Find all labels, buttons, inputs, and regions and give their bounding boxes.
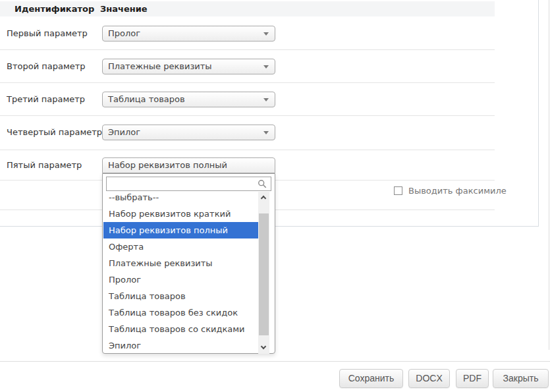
- dropdown-option[interactable]: Пролог: [103, 271, 258, 288]
- footer-separator: [0, 361, 550, 362]
- column-header-identifier: Идентификатор: [14, 1, 94, 16]
- pdf-button[interactable]: PDF: [456, 369, 489, 388]
- dropdown-option[interactable]: Платежные реквизиты: [103, 255, 258, 271]
- param-select-4-value: Эпилог: [108, 127, 140, 137]
- dropdown-scrollbar[interactable]: [258, 192, 269, 354]
- dropdown-option[interactable]: --выбрать--: [103, 192, 258, 206]
- save-button[interactable]: Сохранить: [339, 369, 403, 388]
- param-select-2[interactable]: Платежные реквизиты: [102, 59, 275, 74]
- param-label-5: Пятый параметр: [7, 157, 82, 173]
- facsimile-checkbox[interactable]: [394, 186, 402, 195]
- row-separator: [0, 115, 495, 116]
- dropdown-option[interactable]: Таблица товаров без скидок: [103, 304, 258, 321]
- param-select-5-value: Набор реквизитов полный: [108, 160, 227, 170]
- table-header-row: Идентификатор Значение: [0, 1, 495, 16]
- docx-button[interactable]: DOCX: [408, 369, 450, 388]
- chevron-down-icon: [261, 344, 266, 349]
- param-select-5-open[interactable]: Набор реквизитов полный: [102, 157, 275, 173]
- param-select-3[interactable]: Таблица товаров: [102, 92, 275, 107]
- dropdown-panel: --выбрать-- Набор реквизитов краткий Наб…: [102, 173, 275, 354]
- dropdown-option-list: --выбрать-- Набор реквизитов краткий Наб…: [103, 192, 258, 354]
- dropdown-search-input[interactable]: [106, 177, 271, 191]
- dropdown-option-highlighted[interactable]: Набор реквизитов полный: [103, 222, 258, 238]
- dropdown-option[interactable]: Эпилог: [103, 337, 258, 354]
- column-header-value: Значение: [100, 1, 148, 16]
- scroll-up-button[interactable]: [258, 192, 269, 203]
- scroll-down-button[interactable]: [258, 343, 269, 354]
- chevron-up-icon: [261, 196, 266, 201]
- param-select-2-value: Платежные реквизиты: [108, 61, 212, 71]
- param-select-3-value: Таблица товаров: [108, 94, 185, 104]
- row-separator: [0, 49, 495, 50]
- row-separator: [0, 82, 495, 83]
- facsimile-checkbox-label[interactable]: Выводить факсимиле: [408, 185, 507, 197]
- param-select-1-value: Пролог: [108, 28, 140, 38]
- dropdown-option[interactable]: Набор реквизитов краткий: [103, 206, 258, 222]
- scrollbar-thumb[interactable]: [259, 213, 269, 335]
- dropdown-option[interactable]: Таблица товаров со скидками: [103, 321, 258, 337]
- param-label-3: Третий параметр: [7, 92, 85, 107]
- param-label-4: Четвертый параметр: [7, 125, 102, 140]
- close-button[interactable]: Закрыть: [493, 369, 549, 388]
- chevron-down-icon: [263, 131, 269, 134]
- dropdown-option[interactable]: Оферта: [103, 238, 258, 255]
- param-select-1[interactable]: Пролог: [102, 26, 275, 42]
- chevron-down-icon: [263, 98, 269, 101]
- chevron-down-icon: [263, 32, 269, 36]
- dialog-right-border: [549, 0, 549, 350]
- param-label-1: Первый параметр: [7, 26, 88, 42]
- param-label-2: Второй параметр: [7, 59, 86, 74]
- chevron-down-icon: [263, 65, 269, 69]
- row-separator: [0, 150, 495, 150]
- dropdown-option[interactable]: Таблица товаров: [103, 288, 258, 304]
- dialog-body: Идентификатор Значение Первый параметр П…: [0, 0, 550, 392]
- param-select-4[interactable]: Эпилог: [102, 125, 275, 140]
